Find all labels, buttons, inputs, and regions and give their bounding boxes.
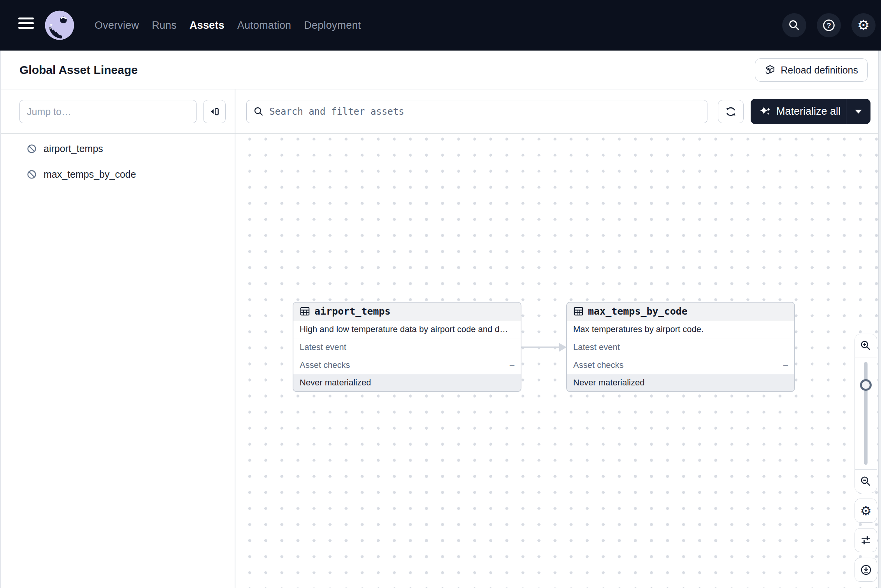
latest-event-row: Latest event — [293, 338, 521, 356]
lineage-edge — [521, 346, 560, 348]
asset-description: High and low temperature data by airport… — [293, 320, 521, 338]
search-icon[interactable] — [782, 13, 806, 37]
dagster-global-asset-lineage-screen: Overview Runs Assets Automation Deployme… — [0, 0, 881, 588]
materialization-status: Never materialized — [567, 374, 794, 391]
materialize-all-label: Materialize all — [776, 105, 841, 117]
asset-name: airport_temps — [314, 306, 391, 317]
svg-text:?: ? — [827, 22, 831, 30]
help-icon[interactable]: ? — [817, 13, 841, 37]
zoom-slider-area — [855, 357, 877, 469]
nav-item-assets[interactable]: Assets — [190, 19, 225, 32]
panel-collapse-icon — [209, 106, 220, 117]
asset-search-field — [246, 100, 707, 123]
filters-icon — [860, 534, 872, 546]
latest-event-label: Latest event — [300, 342, 346, 352]
asset-node-airport-temps[interactable]: airport_temps High and low temperature d… — [293, 302, 521, 392]
asset-checks-label: Asset checks — [573, 360, 624, 370]
no-automation-icon — [26, 169, 37, 180]
page-header: Global Asset Lineage Reload definitions — [0, 51, 881, 89]
zoom-slider-thumb[interactable] — [860, 379, 872, 391]
left-edge-line — [0, 51, 1, 588]
scrollbar-gutter[interactable] — [878, 51, 881, 588]
reload-definitions-button[interactable]: Reload definitions — [755, 58, 868, 82]
materialize-all-button[interactable]: Materialize all — [751, 99, 870, 124]
zoom-in-button[interactable] — [855, 334, 877, 357]
graph-filters-button[interactable] — [855, 528, 877, 552]
table-icon — [300, 306, 310, 317]
asset-name: max_temps_by_code — [588, 306, 688, 317]
zoom-in-icon — [860, 340, 872, 352]
gear-glyph: ⚙ — [857, 18, 870, 32]
sidebar-item-max-temps-by-code[interactable]: max_temps_by_code — [0, 163, 233, 186]
settings-gear-icon[interactable]: ⚙ — [851, 13, 876, 37]
materialize-all-main[interactable]: Materialize all — [751, 105, 846, 117]
page-title: Global Asset Lineage — [19, 51, 138, 89]
collapse-panel-button[interactable] — [203, 100, 226, 123]
asset-node-header[interactable]: max_temps_by_code — [567, 303, 794, 320]
nav-item-overview[interactable]: Overview — [95, 19, 139, 32]
no-automation-icon — [26, 144, 37, 154]
materialization-status: Never materialized — [293, 374, 521, 391]
dagster-logo-icon[interactable] — [44, 10, 75, 41]
asset-checks-value: – — [510, 360, 514, 370]
toolbar-row: Materialize all — [0, 89, 881, 134]
sidebar-item-airport-temps[interactable]: airport_temps — [0, 137, 233, 160]
search-icon — [253, 106, 264, 117]
chevron-down-icon — [855, 110, 862, 114]
gear-icon: ⚙ — [860, 504, 872, 517]
asset-checks-value: – — [783, 360, 788, 370]
sparkles-icon — [759, 106, 771, 117]
nav-item-automation[interactable]: Automation — [237, 19, 291, 32]
search-assets-input[interactable] — [246, 100, 707, 123]
nav-item-deployment[interactable]: Deployment — [304, 19, 361, 32]
zoom-out-icon — [860, 476, 872, 487]
asset-description: Max temperatures by airport code. — [567, 320, 794, 338]
zoom-slider-track[interactable] — [864, 362, 868, 465]
materialize-dropdown-button[interactable] — [846, 99, 870, 124]
asset-checks-row: Asset checks – — [567, 356, 794, 374]
latest-event-label: Latest event — [573, 342, 620, 352]
asset-checks-row: Asset checks – — [293, 356, 521, 374]
zoom-control-panel — [855, 334, 877, 493]
nav-right-icons: ? ⚙ — [782, 0, 876, 51]
refresh-icon — [725, 106, 737, 117]
graph-settings-button[interactable]: ⚙ — [855, 499, 877, 523]
reload-definitions-label: Reload definitions — [781, 65, 858, 76]
latest-event-row: Latest event — [567, 338, 794, 356]
zoom-out-button[interactable] — [855, 469, 877, 493]
asset-node-header[interactable]: airport_temps — [293, 303, 521, 320]
menu-hamburger-icon[interactable] — [18, 18, 34, 33]
download-graph-button[interactable] — [855, 558, 877, 582]
nav-links: Overview Runs Assets Automation Deployme… — [95, 0, 361, 51]
asset-checks-label: Asset checks — [300, 360, 350, 370]
nav-item-runs[interactable]: Runs — [152, 19, 177, 32]
download-icon — [860, 564, 872, 576]
top-nav: Overview Runs Assets Automation Deployme… — [0, 0, 881, 51]
refresh-button[interactable] — [718, 100, 744, 123]
sidebar-asset-name: max_temps_by_code — [44, 169, 136, 180]
sidebar-asset-name: airport_temps — [44, 143, 103, 154]
table-icon — [573, 306, 584, 317]
package-reload-icon — [765, 65, 776, 75]
lineage-edge-arrowhead-icon — [559, 343, 567, 352]
jump-to-input[interactable] — [19, 100, 197, 123]
asset-node-max-temps-by-code[interactable]: max_temps_by_code Max temperatures by ai… — [566, 302, 795, 392]
